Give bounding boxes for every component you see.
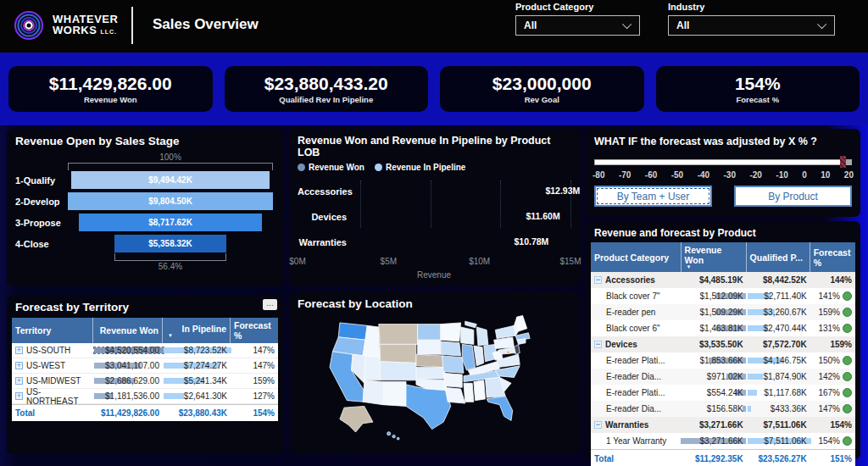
x-axis-title: Revenue bbox=[298, 269, 570, 280]
data-bar bbox=[748, 390, 757, 396]
funnel-bar-qualify[interactable]: $9,494.42K bbox=[71, 171, 270, 189]
table-row-group-warranties[interactable]: −Warranties $3,271.66K $7,511.06K 154% bbox=[591, 417, 855, 433]
bar-row: Accessories $12.93M bbox=[298, 179, 570, 204]
filter-label: Industry bbox=[668, 2, 835, 12]
logo-text: WHATEVER WORKS LLC. bbox=[53, 14, 118, 37]
table-row[interactable]: E-reader pen $1,509.29K $3,260.67K 159% bbox=[591, 304, 855, 320]
product-category-dropdown[interactable]: All bbox=[515, 15, 640, 36]
column-header-revenue-won[interactable]: Revenue Won bbox=[93, 318, 163, 343]
panel-title: Forecast by Location bbox=[289, 291, 581, 313]
expand-icon[interactable]: + bbox=[15, 377, 23, 385]
table-row[interactable]: 1 Year Warranty $3,271.66K $7,511.06K 15… bbox=[591, 433, 855, 449]
expand-icon[interactable]: + bbox=[15, 362, 23, 369]
by-product-button[interactable]: By Product bbox=[734, 186, 852, 207]
bar-total-label: $11.60M bbox=[526, 211, 559, 221]
kpi-qualified-pipeline: $23,880,433.20 Qualified Rev In Pipeline bbox=[225, 66, 429, 112]
product-table: Product Category Revenue Won▼ Qualified … bbox=[591, 242, 855, 466]
funnel-bar-close[interactable]: $5,358.32K bbox=[114, 235, 226, 252]
status-dot-green bbox=[843, 436, 852, 446]
bar-row: Devices $11.60M bbox=[298, 204, 570, 230]
table-row[interactable]: E-reader Plati... $1,853.66K $4,146.75K … bbox=[591, 352, 855, 369]
column-header-territory[interactable]: Territory bbox=[12, 318, 93, 343]
status-dot-green bbox=[843, 356, 852, 365]
x-tick: $5M bbox=[381, 257, 397, 266]
sort-desc-icon: ▼ bbox=[168, 334, 173, 338]
table-header: Product Category Revenue Won▼ Qualified … bbox=[591, 242, 855, 272]
collapse-icon[interactable]: − bbox=[594, 276, 602, 284]
by-team-user-button[interactable]: By Team + User bbox=[594, 186, 712, 207]
panel-title: WHAT IF the forecast was adjusted by X %… bbox=[586, 129, 860, 153]
page-title: Sales Overview bbox=[153, 16, 259, 33]
panel-forecast-by-territory: Forecast by Territory ... Territory Reve… bbox=[7, 295, 283, 454]
panel-forecast-by-location: Forecast by Location bbox=[289, 291, 581, 454]
panel-revenue-forecast-by-product: Revenue and forecast by Product Product … bbox=[586, 221, 860, 459]
table-row[interactable]: Black cover 7" $1,512.09K $2,711.40K 141… bbox=[591, 288, 855, 304]
legend-dot-icon bbox=[298, 164, 305, 171]
industry-dropdown[interactable]: All bbox=[668, 15, 835, 36]
x-tick: $0M bbox=[289, 257, 305, 266]
collapse-icon[interactable]: − bbox=[594, 421, 602, 429]
sales-overview-dashboard: WHATEVER WORKS LLC. Sales Overview Produ… bbox=[0, 0, 868, 466]
column-header-qualified[interactable]: Qualified P... bbox=[747, 242, 810, 272]
expand-icon[interactable]: + bbox=[15, 392, 23, 400]
slider-handle[interactable] bbox=[840, 156, 846, 168]
legend-dot-icon bbox=[375, 164, 382, 171]
logo-rings-icon bbox=[12, 7, 46, 44]
table-row[interactable]: E-reader Dia... $156.58K $433.36K 147% bbox=[591, 401, 855, 417]
column-header-forecast[interactable]: Forecast % bbox=[231, 318, 278, 343]
funnel-bar-propose[interactable]: $8,717.62K bbox=[79, 214, 261, 231]
table-row-group-accessories[interactable]: −Accessories $4,485.19K $8,442.52K 144% bbox=[591, 272, 855, 288]
table-row[interactable]: E-reader Plati... $554.24K $1,117.68K 16… bbox=[591, 385, 855, 401]
data-bar bbox=[748, 374, 764, 380]
funnel-row: 4-Close $5,358.32K bbox=[15, 233, 273, 254]
column-header-product-category[interactable]: Product Category bbox=[591, 242, 682, 272]
us-choropleth-map[interactable] bbox=[303, 313, 566, 447]
x-tick: $10M bbox=[469, 257, 490, 266]
panel-title: Revenue Open by Sales Stage bbox=[7, 129, 283, 150]
table-row-us-northeast[interactable]: +US-NORTHEAST $1,181,536.00 $2,641.30K 1… bbox=[12, 389, 278, 404]
funnel-row: 2-Develop $9,804.50K bbox=[15, 191, 273, 212]
funnel-row: 1-Qualify $9,494.42K bbox=[15, 169, 273, 191]
table-row[interactable]: E-reader Dia... $971.02K $1,874.90K 142% bbox=[591, 369, 855, 385]
status-dot-green bbox=[843, 404, 852, 413]
collapse-icon[interactable]: − bbox=[594, 341, 602, 348]
status-dot-green bbox=[843, 372, 852, 381]
column-header-in-pipeline[interactable]: In Pipeline▼ bbox=[163, 318, 231, 343]
column-header-forecast[interactable]: Forecast % bbox=[810, 242, 855, 272]
status-dot-green bbox=[843, 291, 852, 301]
table-row[interactable]: Black cover 6" $1,463.81K $2,470.44K 131… bbox=[591, 320, 855, 336]
more-options-button[interactable]: ... bbox=[263, 299, 277, 310]
funnel-bottom-bracket bbox=[114, 254, 226, 261]
chart-legend: Revenue Won Revenue In Pipeline bbox=[289, 161, 581, 175]
sort-desc-icon: ▼ bbox=[687, 265, 692, 269]
table-total-row: Total $11,429,826.00 $23,880.43K 154% bbox=[12, 404, 278, 421]
table-row-group-devices[interactable]: −Devices $3,535.50K $7,572.70K 159% bbox=[591, 336, 855, 352]
panel-revenue-open-by-sales-stage: Revenue Open by Sales Stage 100% 1-Quali… bbox=[7, 129, 283, 286]
report-canvas: Revenue Open by Sales Stage 100% 1-Quali… bbox=[0, 125, 868, 466]
stacked-bar-chart: Accessories $12.93M Devices bbox=[298, 179, 570, 255]
funnel-row: 3-Propose $8,717.62K bbox=[15, 212, 273, 233]
status-dot-green bbox=[843, 388, 852, 397]
bar-row: Warranties $10.78M bbox=[298, 230, 570, 255]
legend-item-revenue-in-pipeline[interactable]: Revenue In Pipeline bbox=[375, 163, 465, 172]
forecast-adjust-slider[interactable] bbox=[594, 156, 852, 168]
expand-icon[interactable]: + bbox=[15, 347, 23, 354]
legend-item-revenue-won[interactable]: Revenue Won bbox=[298, 163, 364, 172]
filter-label: Product Category bbox=[515, 2, 640, 12]
territory-table: Territory Revenue Won In Pipeline▼ Forec… bbox=[12, 318, 278, 421]
header-divider bbox=[131, 7, 133, 44]
chevron-down-icon bbox=[817, 19, 826, 29]
funnel-top-percent: 100% bbox=[159, 153, 181, 162]
kpi-revenue-won: $11,429,826.00 Revenue Won bbox=[8, 66, 213, 112]
funnel-bar-develop[interactable]: $9,804.50K bbox=[68, 192, 273, 210]
industry-filter: Industry All bbox=[668, 2, 835, 36]
kpi-rev-goal: $23,000,000 Rev Goal bbox=[440, 66, 644, 112]
kpi-forecast-pct: 154% Forecast % bbox=[656, 66, 860, 112]
table-row-us-west[interactable]: +US-WEST $3,041,107.00 $7,274.27K 147% bbox=[12, 358, 278, 374]
funnel-bottom-percent: 56.4% bbox=[159, 262, 182, 271]
funnel-top-bracket bbox=[68, 163, 273, 169]
table-row-us-south[interactable]: +US-SOUTH $4,520,554.00 $8,723.52K 147% bbox=[12, 343, 278, 358]
panel-revenue-by-product-lob: Revenue Won and Revenue In Pipeline by P… bbox=[289, 129, 581, 286]
column-header-revenue-won[interactable]: Revenue Won▼ bbox=[682, 242, 747, 272]
bar-total-label: $12.93M bbox=[545, 186, 580, 196]
